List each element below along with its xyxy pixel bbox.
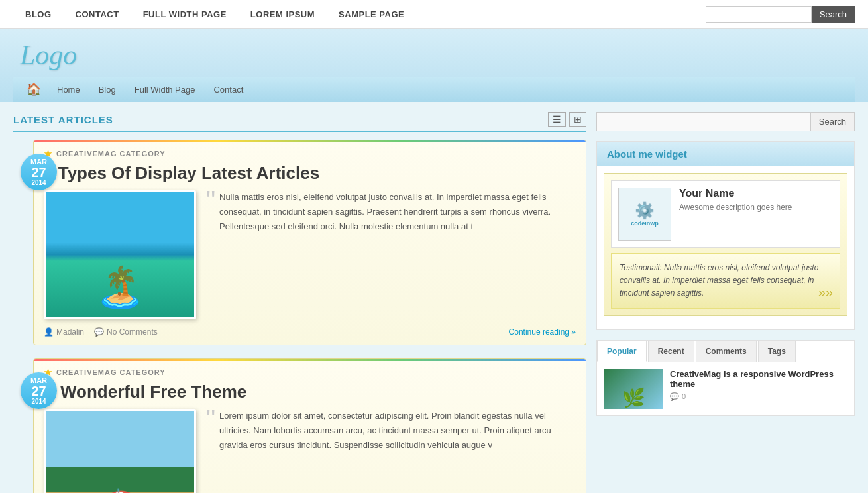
section-title: LATEST ARTICLES: [13, 114, 113, 125]
top-search-button[interactable]: Search: [812, 6, 855, 23]
date-year: 2014: [31, 179, 46, 186]
tab-content: CreativeMag is a responsive WordPress th…: [597, 362, 854, 415]
author-icon: 👤: [44, 327, 54, 337]
tab-post-image: [604, 369, 663, 409]
article-author: 👤 Madalin: [44, 327, 84, 337]
tab-post-info: CreativeMag is a responsive WordPress th…: [670, 369, 847, 401]
about-widget-title: About me widget: [597, 142, 854, 166]
content-area: LATEST ARTICLES ☰ ⊞ Mar 27 2014 ★ CREATI…: [13, 112, 586, 493]
article-excerpt: " Nulla mattis eros nisl, eleifend volut…: [206, 190, 576, 319]
list-view-button[interactable]: ☰: [548, 112, 566, 127]
top-search-form: Search: [706, 6, 855, 23]
top-navigation: BLOG CONTACT FULL WIDTH PAGE LOREM IPSUM…: [0, 0, 868, 29]
sec-nav-blog[interactable]: Blog: [89, 85, 125, 95]
article-body: " Nulla mattis eros nisl, eleifend volut…: [44, 190, 576, 319]
date-day: 27: [31, 166, 46, 179]
top-search-input[interactable]: [706, 6, 812, 23]
quote-open-icon: ": [206, 406, 215, 432]
tab-post-comment-count: 0: [682, 392, 686, 400]
nav-lorem-ipsum[interactable]: LOREM IPSUM: [239, 9, 327, 19]
sidebar: Search About me widget ⚙️ codeinwp Y: [596, 112, 855, 493]
codeinwp-logo: ⚙️ codeinwp: [631, 201, 659, 227]
article-card: Mar 27 2014 ★ CREATIVEMAG CATEGORY 2 Typ…: [33, 140, 586, 345]
about-widget-inner: ⚙️ codeinwp Your Name Awesome descriptio…: [604, 173, 847, 316]
about-widget: About me widget ⚙️ codeinwp Your Name Aw…: [596, 141, 855, 330]
nav-blog[interactable]: BLOG: [13, 9, 64, 19]
tab-post-title[interactable]: CreativeMag is a responsive WordPress th…: [670, 369, 847, 389]
tab-comments[interactable]: Comments: [696, 341, 757, 362]
article-date: Mar 27 2014: [21, 372, 57, 409]
article-date: Mar 27 2014: [21, 154, 57, 190]
date-day: 27: [31, 384, 46, 398]
about-widget-body: ⚙️ codeinwp Your Name Awesome descriptio…: [597, 166, 854, 329]
section-header: LATEST ARTICLES ☰ ⊞: [13, 112, 586, 132]
about-card: ⚙️ codeinwp Your Name Awesome descriptio…: [611, 180, 840, 248]
article-title[interactable]: A Wonderful Free Theme: [44, 382, 576, 402]
tab-post-meta: 💬 0: [670, 392, 847, 401]
quote-open-icon: ": [206, 187, 215, 213]
gear-icon: ⚙️: [631, 201, 659, 220]
about-avatar: ⚙️ codeinwp: [618, 188, 671, 241]
grid-view-button[interactable]: ⊞: [569, 112, 586, 127]
article-category: ★ CREATIVEMAG CATEGORY: [44, 367, 576, 378]
site-header: Logo 🏠 Home Blog Full Width Page Contact: [0, 29, 868, 102]
article-image: [44, 190, 196, 319]
article-title[interactable]: 2 Types Of Display Latest Articles: [44, 163, 576, 184]
comment-bubble-icon: 💬: [670, 392, 679, 401]
nav-full-width[interactable]: FULL WIDTH PAGE: [131, 9, 239, 19]
article-footer: 👤 Madalin 💬 No Comments Continue reading…: [44, 327, 576, 337]
sidebar-search-button[interactable]: Search: [811, 112, 855, 131]
sec-nav-full-width[interactable]: Full Width Page: [125, 85, 205, 95]
tabs-widget: Popular Recent Comments Tags CreativeMag…: [596, 340, 855, 416]
about-description: Awesome description goes here: [679, 203, 792, 212]
sec-nav-home[interactable]: Home: [48, 85, 89, 95]
site-logo[interactable]: Logo: [13, 36, 83, 74]
article-comments: 💬 No Comments: [94, 327, 158, 337]
tab-popular[interactable]: Popular: [597, 341, 647, 362]
article-category: ★ CREATIVEMAG CATEGORY: [44, 148, 576, 159]
main-wrapper: LATEST ARTICLES ☰ ⊞ Mar 27 2014 ★ CREATI…: [0, 102, 868, 493]
article-image: [44, 409, 196, 493]
article-excerpt: " Lorem ipsum dolor sit amet, consectetu…: [206, 409, 576, 493]
tab-post-item: CreativeMag is a responsive WordPress th…: [604, 369, 847, 409]
testimonial-text: Testimonail: Nulla mattis eros nisl, ele…: [611, 253, 840, 309]
tab-tags[interactable]: Tags: [758, 341, 796, 362]
sidebar-search-input[interactable]: [596, 112, 811, 131]
sec-nav-contact[interactable]: Contact: [204, 85, 252, 95]
about-info: Your Name Awesome description goes here: [679, 188, 792, 212]
tab-recent[interactable]: Recent: [648, 341, 694, 362]
article-card: Mar 27 2014 ★ CREATIVEMAG CATEGORY A Won…: [33, 358, 586, 493]
view-toggle: ☰ ⊞: [548, 112, 586, 127]
sidebar-search-form: Search: [596, 112, 855, 131]
secondary-navigation: 🏠 Home Blog Full Width Page Contact: [13, 77, 855, 102]
continue-reading-link[interactable]: Continue reading »: [509, 327, 576, 337]
nav-sample-page[interactable]: SAMPLE PAGE: [327, 9, 416, 19]
article-body: " Lorem ipsum dolor sit amet, consectetu…: [44, 409, 576, 493]
nav-contact[interactable]: CONTACT: [64, 9, 131, 19]
about-name: Your Name: [679, 188, 792, 199]
comment-icon: 💬: [94, 327, 104, 337]
home-icon: 🏠: [27, 82, 41, 97]
date-year: 2014: [31, 398, 46, 405]
tab-headers: Popular Recent Comments Tags: [597, 341, 854, 362]
